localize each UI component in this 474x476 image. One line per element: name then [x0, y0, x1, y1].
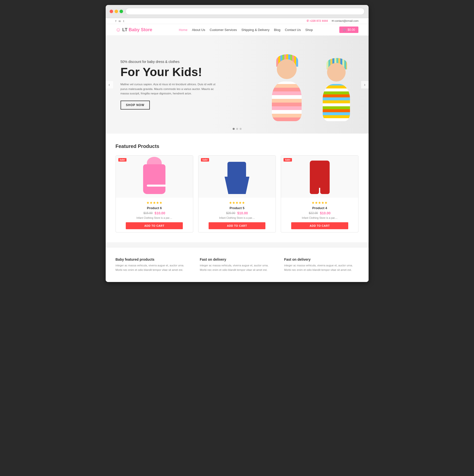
dress-skirt: [224, 177, 249, 194]
product-info-6: ★★★★★ Product 6 $15.00 $10.00 Infant Clo…: [116, 198, 193, 232]
nav-shipping[interactable]: Shipping & Delivery: [241, 28, 269, 32]
phone-number: ✆ +228 872 4444: [307, 19, 328, 23]
hero-title: For Your Kids!: [121, 66, 220, 79]
product-stars-5: ★★★★★: [201, 201, 273, 205]
add-to-cart-5[interactable]: ADD TO CART: [209, 222, 266, 229]
linkedin-link[interactable]: in: [119, 20, 121, 23]
email-icon: ✉: [332, 19, 334, 22]
product-card-5: Sale! ★★★★★ Product 5 $20.00 $1: [198, 155, 276, 232]
shop-now-button[interactable]: SHOP NOW: [121, 101, 150, 110]
featured-products-title: Featured Products: [116, 143, 359, 149]
old-price-5: $20.00: [226, 211, 235, 215]
new-price-5: $10.00: [237, 211, 248, 215]
jumpsuit-leg-left: [310, 184, 319, 194]
baby-head-2: [327, 63, 346, 82]
nav-home[interactable]: Home: [179, 28, 188, 32]
product-card-4: Sale! ★★★★★ Product 4: [281, 155, 358, 232]
feature-title-1: Fast on delivery: [200, 257, 274, 261]
section-separator: [106, 242, 369, 247]
baby-outfit-1: [272, 82, 302, 121]
red-jumpsuit-illustration: [307, 159, 332, 194]
cart-icon: 🛒: [343, 28, 347, 31]
product-name-6: Product 6: [119, 206, 190, 210]
facebook-link[interactable]: f: [116, 20, 116, 23]
nav-contact[interactable]: Contact Us: [285, 28, 301, 32]
old-price-4: $22.00: [309, 211, 318, 215]
maximize-button[interactable]: [120, 10, 123, 13]
product-prices-4: $22.00 $10.00: [284, 211, 355, 215]
minimize-button[interactable]: [115, 10, 118, 13]
header: ☺ LT Baby Store Home About Us Customer S…: [106, 24, 369, 36]
sale-badge-6: Sale!: [118, 158, 127, 162]
product-name-4: Product 4: [284, 206, 355, 210]
feature-text-0: integer ac massa vehicula, viverra augue…: [116, 263, 190, 272]
address-bar[interactable]: [126, 8, 365, 15]
feature-item-0: Baby featured products integer ac massa …: [116, 257, 190, 272]
sale-badge-4: Sale!: [284, 158, 292, 162]
hero-description: Mafine vel cursus sapien. Aza id risus i…: [121, 82, 220, 96]
product-info-4: ★★★★★ Product 4 $22.00 $10.00 Infant Clo…: [281, 198, 358, 232]
products-grid: Sale! ★★★★★ Product 6 $15.00: [116, 155, 359, 232]
product-image-6: [116, 156, 193, 198]
product-stars-6: ★★★★★: [119, 201, 190, 205]
feature-text-1: integer ac massa vehicula, viverra augue…: [200, 263, 274, 272]
nav-customer[interactable]: Customer Services: [210, 28, 237, 32]
sale-badge-5: Sale!: [201, 158, 209, 162]
new-price-4: $10.00: [320, 211, 331, 215]
social-links: f in t: [116, 20, 124, 23]
feature-item-2: Fast on delivery integer ac massa vehicu…: [284, 257, 359, 272]
top-bar: f in t ✆ +228 872 4444 ✉ contact@email.c…: [106, 18, 369, 24]
product-card-6: Sale! ★★★★★ Product 6 $15.00: [116, 155, 193, 232]
jumpsuit-body: [310, 161, 330, 188]
nav-about[interactable]: About Us: [192, 28, 205, 32]
old-price-6: $15.00: [143, 211, 153, 215]
contact-info: ✆ +228 872 4444 ✉ contact@email.com: [307, 19, 359, 23]
logo-text: LT Baby Store: [122, 27, 152, 32]
hero-dots: [233, 128, 242, 130]
product-name-5: Product 5: [201, 206, 273, 210]
add-to-cart-6[interactable]: ADD TO CART: [126, 222, 183, 229]
feature-text-2: integer ac massa vehicula, viverra augue…: [284, 263, 359, 272]
hero-dot-2[interactable]: [236, 128, 238, 130]
browser-chrome: [106, 5, 369, 18]
logo-icon: ☺: [116, 27, 121, 33]
close-button[interactable]: [110, 10, 113, 13]
product-image-4: [281, 156, 358, 198]
coat-belt: [147, 185, 167, 187]
baby-figure-2: [312, 59, 361, 129]
hero-next-button[interactable]: ›: [361, 81, 369, 88]
nav-blog[interactable]: Blog: [274, 28, 280, 32]
browser-window: f in t ✆ +228 872 4444 ✉ contact@email.c…: [106, 5, 369, 282]
nav-shop[interactable]: Shop: [305, 28, 313, 32]
logo[interactable]: ☺ LT Baby Store: [116, 27, 152, 33]
hero-prev-button[interactable]: ‹: [106, 81, 113, 88]
hero-dot-1[interactable]: [233, 128, 235, 130]
jumpsuit-leg-right: [320, 184, 330, 194]
jumpsuit-legs: [310, 184, 330, 194]
pink-coat-illustration: [141, 159, 168, 194]
product-desc-6: Infant Clothing Store is a par....: [119, 216, 190, 219]
features-section: Baby featured products integer ac massa …: [106, 247, 369, 282]
blue-dress-illustration: [224, 159, 249, 194]
twitter-link[interactable]: t: [123, 20, 124, 23]
feature-title-0: Baby featured products: [116, 257, 190, 261]
traffic-lights: [110, 10, 123, 13]
product-desc-5: Infant Clothing Store is a par....: [201, 216, 273, 219]
hero-dot-3[interactable]: [240, 128, 242, 130]
dress-top: [227, 162, 246, 178]
add-to-cart-4[interactable]: ADD TO CART: [291, 222, 348, 229]
new-price-6: $10.00: [155, 211, 165, 215]
baby-outfit-2: [323, 84, 350, 121]
product-desc-4: Infant Clothing Store is a par....: [284, 216, 355, 219]
main-nav: Home About Us Customer Services Shipping…: [179, 28, 313, 32]
email-address: ✉ contact@email.com: [332, 19, 359, 23]
product-stars-4: ★★★★★: [284, 201, 355, 205]
hero-subtitle: 50% discount for baby dress & clothes: [121, 60, 220, 64]
product-info-5: ★★★★★ Product 5 $20.00 $10.00 Infant Clo…: [198, 198, 276, 232]
baby-figure-1: [259, 54, 314, 129]
cart-button[interactable]: 🛒 $0.00: [339, 27, 358, 33]
product-image-5: [198, 156, 276, 198]
coat-body: [143, 164, 165, 194]
baby-head-1: [277, 59, 297, 79]
featured-products-section: Featured Products Sale! ★★★★★: [106, 134, 369, 242]
